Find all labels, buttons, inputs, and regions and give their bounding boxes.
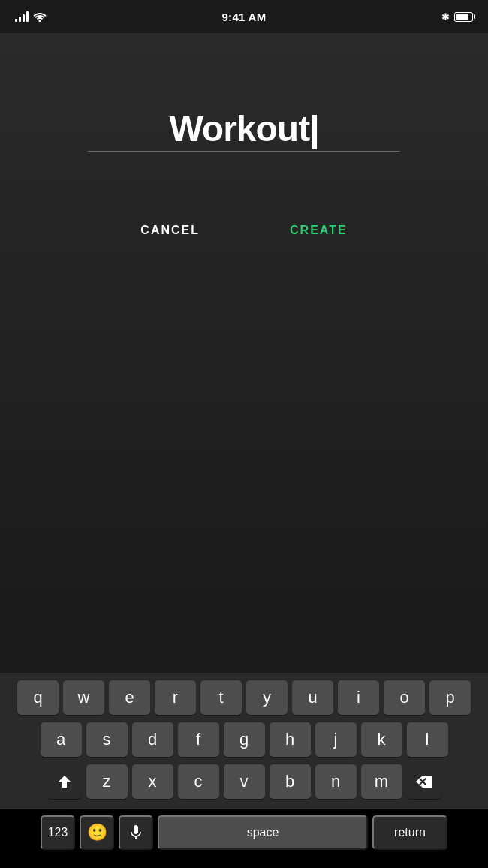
- status-left: [15, 11, 47, 22]
- workout-name-input[interactable]: [49, 108, 439, 149]
- action-buttons: CANCEL CREATE: [125, 212, 362, 249]
- key-h[interactable]: h: [270, 722, 311, 757]
- key-x[interactable]: x: [132, 764, 173, 799]
- key-e[interactable]: e: [109, 680, 150, 715]
- shift-key[interactable]: [47, 764, 82, 799]
- status-time: 9:41 AM: [221, 11, 266, 23]
- key-l[interactable]: l: [407, 722, 448, 757]
- key-b[interactable]: b: [270, 764, 311, 799]
- keyboard: q w e r t y u i o p a s d f g h j k l: [0, 673, 488, 868]
- bluetooth-icon: ✱: [441, 11, 450, 23]
- signal-bars-icon: [15, 11, 29, 22]
- cancel-button[interactable]: CANCEL: [125, 212, 215, 249]
- key-f[interactable]: f: [178, 722, 219, 757]
- keyboard-rows: q w e r t y u i o p a s d f g h j k l: [0, 673, 488, 809]
- key-m[interactable]: m: [361, 764, 402, 799]
- input-wrapper: [49, 108, 439, 152]
- key-u[interactable]: u: [292, 680, 333, 715]
- key-z[interactable]: z: [86, 764, 128, 799]
- key-g[interactable]: g: [224, 722, 265, 757]
- key-k[interactable]: k: [361, 722, 402, 757]
- key-y[interactable]: y: [246, 680, 288, 715]
- main-content: CANCEL CREATE: [0, 33, 488, 588]
- key-q[interactable]: q: [17, 680, 59, 715]
- svg-point-0: [39, 20, 41, 22]
- key-i[interactable]: i: [338, 680, 379, 715]
- key-p[interactable]: p: [429, 680, 471, 715]
- return-key[interactable]: return: [372, 815, 447, 850]
- keyboard-row-3: z x c v b n m: [3, 764, 485, 799]
- create-button[interactable]: CREATE: [275, 212, 363, 249]
- key-n[interactable]: n: [315, 764, 357, 799]
- input-underline: [88, 151, 400, 152]
- wifi-icon: [33, 12, 47, 22]
- battery-icon: [454, 12, 473, 22]
- numbers-key[interactable]: 123: [41, 815, 75, 850]
- key-d[interactable]: d: [132, 722, 173, 757]
- key-c[interactable]: c: [178, 764, 219, 799]
- key-a[interactable]: a: [41, 722, 82, 757]
- emoji-key[interactable]: 🙂: [80, 815, 114, 850]
- key-v[interactable]: v: [224, 764, 265, 799]
- space-key[interactable]: space: [158, 815, 368, 850]
- key-j[interactable]: j: [315, 722, 357, 757]
- mic-key[interactable]: [119, 815, 153, 850]
- key-s[interactable]: s: [86, 722, 128, 757]
- key-w[interactable]: w: [63, 680, 104, 715]
- backspace-key[interactable]: [407, 764, 441, 799]
- key-o[interactable]: o: [384, 680, 425, 715]
- status-right: ✱: [441, 11, 473, 23]
- keyboard-row-2: a s d f g h j k l: [3, 722, 485, 757]
- key-r[interactable]: r: [155, 680, 196, 715]
- keyboard-bottom-row: 123 🙂 space return: [0, 809, 488, 868]
- status-bar: 9:41 AM ✱: [0, 0, 488, 33]
- key-t[interactable]: t: [200, 680, 242, 715]
- keyboard-row-1: q w e r t y u i o p: [3, 680, 485, 715]
